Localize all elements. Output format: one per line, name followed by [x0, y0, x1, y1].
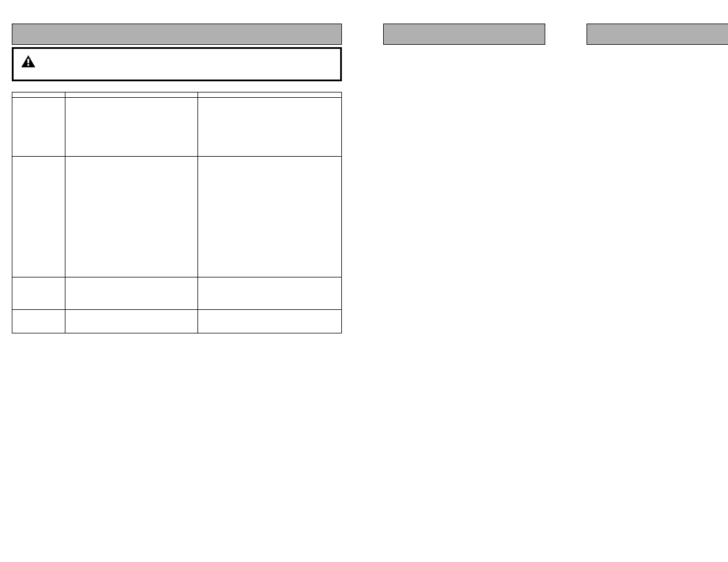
- col-header-desc: [198, 92, 342, 98]
- table-row: [12, 310, 342, 333]
- column-1: [12, 24, 342, 333]
- table-row: [12, 157, 342, 277]
- section-header-bar: [383, 24, 545, 45]
- cell-qty: [12, 277, 65, 310]
- cell-desc: [198, 277, 342, 310]
- column-3: [587, 24, 728, 333]
- parts-table: [12, 92, 342, 333]
- svg-rect-0: [27, 59, 29, 64]
- col-header-pn: [65, 92, 198, 98]
- table-header-row: [12, 92, 342, 98]
- cell-desc: [198, 157, 342, 277]
- cell-pn: [65, 277, 198, 310]
- section-header-bar: [12, 24, 342, 45]
- cell-qty: [12, 157, 65, 277]
- cell-qty: [12, 98, 65, 157]
- cell-desc: [198, 310, 342, 333]
- cell-pn: [65, 310, 198, 333]
- cell-pn: [65, 98, 198, 157]
- svg-point-1: [27, 64, 29, 66]
- page-root: [12, 24, 716, 333]
- column-2: [383, 24, 545, 333]
- table-row: [12, 277, 342, 310]
- caution-box: [12, 47, 342, 81]
- cell-desc: [198, 98, 342, 157]
- warning-icon: [21, 55, 36, 68]
- cell-qty: [12, 310, 65, 333]
- cell-pn: [65, 157, 198, 277]
- table-row: [12, 98, 342, 157]
- caution-header: [21, 55, 333, 68]
- col-header-qty: [12, 92, 65, 98]
- section-header-bar: [587, 24, 728, 45]
